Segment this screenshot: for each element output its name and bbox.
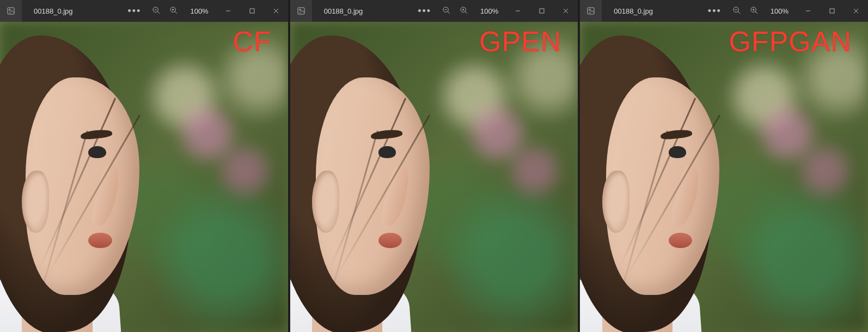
close-button[interactable] xyxy=(554,0,578,22)
maximize-button[interactable] xyxy=(530,0,554,22)
picture-icon xyxy=(297,7,305,15)
close-icon xyxy=(561,7,570,15)
minimize-icon xyxy=(514,7,522,15)
zoom-in-button[interactable] xyxy=(460,6,468,16)
svg-line-16 xyxy=(448,11,450,14)
image-canvas[interactable]: GFPGAN xyxy=(580,22,868,332)
svg-line-29 xyxy=(738,11,740,14)
image-viewer-window: 00188_0.jpg ••• 100% xyxy=(0,0,288,332)
picture-icon xyxy=(7,7,15,15)
image-viewer-window: 00188_0.jpg ••• 100% xyxy=(290,0,578,332)
image-canvas[interactable]: CF xyxy=(0,22,288,332)
more-menu-button[interactable]: ••• xyxy=(706,6,724,16)
svg-line-32 xyxy=(755,11,757,14)
zoom-level[interactable]: 100% xyxy=(767,7,792,15)
titlebar: 00188_0.jpg ••• 100% xyxy=(580,0,868,22)
file-name: 00188_0.jpg xyxy=(320,7,363,15)
minimize-icon xyxy=(224,7,233,15)
photo-content: CF xyxy=(0,22,288,332)
close-button[interactable] xyxy=(264,0,288,22)
app-icon[interactable] xyxy=(0,0,22,22)
minimize-button[interactable] xyxy=(796,0,820,22)
picture-icon xyxy=(586,7,595,15)
svg-line-3 xyxy=(157,11,160,14)
zoom-out-icon xyxy=(442,6,451,15)
method-label: GPEN xyxy=(479,25,561,58)
file-name: 00188_0.jpg xyxy=(29,7,73,15)
titlebar: 00188_0.jpg ••• 100% xyxy=(0,0,288,22)
maximize-button[interactable] xyxy=(240,0,264,22)
svg-point-1 xyxy=(9,9,11,11)
zoom-in-icon xyxy=(460,6,468,15)
zoom-level[interactable]: 100% xyxy=(477,7,502,15)
zoom-out-button[interactable] xyxy=(732,6,741,16)
svg-rect-0 xyxy=(8,8,14,14)
method-label: CF xyxy=(233,25,271,58)
svg-rect-13 xyxy=(298,8,304,14)
photo-content: GPEN xyxy=(290,22,578,332)
close-icon xyxy=(272,7,280,15)
app-icon[interactable] xyxy=(290,0,312,22)
titlebar: 00188_0.jpg ••• 100% xyxy=(290,0,578,22)
app-icon[interactable] xyxy=(580,0,602,22)
svg-line-19 xyxy=(465,11,467,14)
method-label: GFPGAN xyxy=(729,25,852,58)
more-menu-button[interactable]: ••• xyxy=(415,6,433,16)
image-canvas[interactable]: GPEN xyxy=(290,22,578,332)
zoom-level[interactable]: 100% xyxy=(187,7,211,15)
svg-rect-10 xyxy=(250,9,254,13)
zoom-out-icon xyxy=(732,6,741,15)
minimize-button[interactable] xyxy=(506,0,530,22)
svg-point-14 xyxy=(299,9,301,11)
minimize-button[interactable] xyxy=(216,0,240,22)
svg-rect-26 xyxy=(588,8,594,14)
more-menu-button[interactable]: ••• xyxy=(126,6,144,16)
close-button[interactable] xyxy=(844,0,868,22)
zoom-out-button[interactable] xyxy=(442,6,451,16)
zoom-in-button[interactable] xyxy=(750,6,759,16)
file-name: 00188_0.jpg xyxy=(609,7,653,15)
zoom-out-icon xyxy=(152,6,161,15)
photo-content: GFPGAN xyxy=(580,22,868,332)
close-icon xyxy=(852,7,860,15)
maximize-icon xyxy=(828,7,836,15)
svg-line-6 xyxy=(175,11,177,14)
minimize-icon xyxy=(804,7,812,15)
zoom-in-icon xyxy=(750,6,759,15)
svg-rect-36 xyxy=(830,9,834,13)
maximize-icon xyxy=(537,7,546,15)
maximize-icon xyxy=(248,7,256,15)
svg-point-27 xyxy=(589,9,591,11)
zoom-in-button[interactable] xyxy=(169,6,178,16)
maximize-button[interactable] xyxy=(820,0,844,22)
svg-rect-23 xyxy=(540,9,544,13)
zoom-in-icon xyxy=(169,6,178,15)
image-viewer-window: 00188_0.jpg ••• 100% xyxy=(580,0,868,332)
zoom-out-button[interactable] xyxy=(152,6,161,16)
